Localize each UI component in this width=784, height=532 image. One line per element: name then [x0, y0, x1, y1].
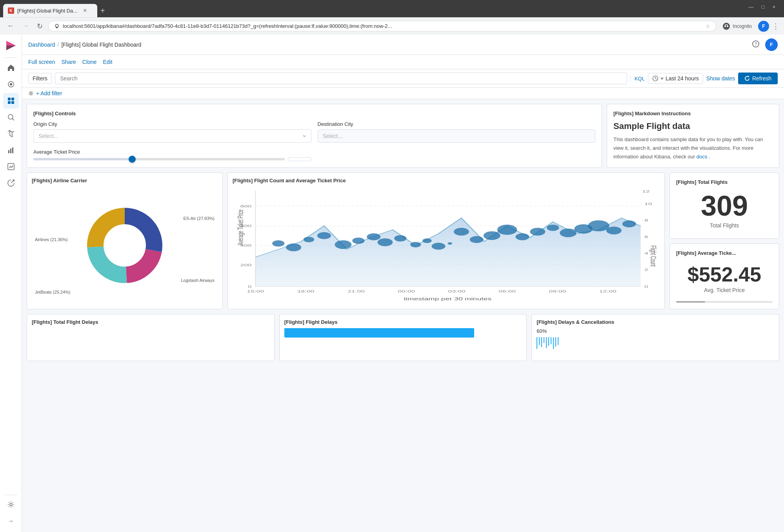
clone-link[interactable]: Clone [82, 59, 97, 65]
fullscreen-link[interactable]: Full screen [28, 59, 55, 65]
help-btn[interactable]: ? [749, 38, 762, 51]
sidebar-apm-btn[interactable] [3, 76, 19, 92]
price-max-input[interactable] [288, 157, 311, 161]
svg-text:4: 4 [644, 251, 648, 255]
show-dates-btn[interactable]: Show dates [706, 75, 735, 82]
markdown-panel: [Flights] Markdown Instructions Sample F… [607, 104, 779, 168]
svg-rect-8 [11, 98, 14, 100]
time-picker[interactable]: Last 24 hours [648, 73, 703, 84]
breadcrumb-root[interactable]: Dashboard [28, 42, 55, 48]
svg-text:06:00: 06:00 [498, 289, 516, 293]
dropdown-chevron [302, 134, 306, 138]
sidebar-settings-btn[interactable] [3, 497, 19, 512]
sidebar-maps-btn[interactable] [3, 126, 19, 142]
svg-point-3 [724, 25, 726, 27]
sidebar-canvas-btn[interactable] [3, 159, 19, 174]
svg-rect-10 [11, 101, 14, 104]
svg-point-57 [588, 220, 609, 231]
avg-ticket-panel: [Flights] Average Ticke... $552.45 Avg. … [669, 243, 779, 310]
sidebar-visualize-btn[interactable] [3, 142, 19, 158]
slider-thumb[interactable] [129, 156, 136, 163]
destination-city-select[interactable]: Select... [318, 129, 596, 143]
svg-point-59 [622, 220, 636, 227]
markdown-body: This dashboard contains sample data for … [613, 135, 773, 161]
sidebar-arrow-btn[interactable]: → [3, 513, 19, 529]
svg-point-49 [470, 236, 484, 243]
kql-badge[interactable]: KQL [630, 76, 645, 82]
share-link[interactable]: Share [61, 59, 76, 65]
minimize-btn[interactable]: — [745, 3, 758, 11]
svg-point-50 [484, 231, 500, 240]
sidebar-dashboard-btn[interactable] [3, 93, 19, 109]
tab-title: [Flights] Global Flight Da... [17, 8, 80, 14]
svg-rect-1 [56, 27, 58, 28]
svg-line-12 [12, 118, 14, 120]
incognito-indicator: Incognito [719, 22, 755, 30]
svg-text:800: 800 [240, 204, 252, 208]
browser-tab[interactable]: K [Flights] Global Flight Da... × [3, 4, 97, 17]
nav-refresh-btn[interactable]: ↻ [35, 20, 45, 32]
clock-icon [652, 75, 658, 82]
url-text: localhost:5601/app/kibana#/dashboard/7ad… [63, 23, 702, 29]
maximize-btn[interactable]: □ [758, 3, 769, 11]
back-btn[interactable]: ← [5, 20, 16, 32]
svg-point-41 [367, 233, 380, 240]
donut-chart [82, 202, 168, 289]
docs-link[interactable]: docs [697, 154, 707, 160]
svg-point-4 [727, 25, 728, 27]
svg-point-53 [530, 228, 545, 236]
svg-rect-7 [8, 98, 11, 100]
svg-text:0: 0 [248, 285, 252, 289]
svg-point-47 [447, 242, 452, 245]
svg-point-22 [30, 93, 32, 94]
forward-btn[interactable]: → [20, 20, 31, 32]
edit-link[interactable]: Edit [103, 59, 112, 65]
sidebar-discover-btn[interactable] [3, 109, 19, 125]
refresh-btn[interactable]: Refresh [738, 73, 778, 84]
tab-close-btn[interactable]: × [83, 7, 87, 14]
origin-city-label: Origin City [33, 121, 311, 127]
controls-panel-title: [Flights] Controls [33, 111, 595, 116]
destination-city-label: Destination City [318, 121, 596, 127]
new-tab-btn[interactable]: + [97, 4, 108, 17]
legend-esair: ES-Air (27.83%) [184, 216, 215, 221]
svg-rect-9 [8, 101, 11, 104]
svg-point-39 [335, 240, 352, 249]
legend-logstash: Logstash Airways [181, 278, 215, 283]
svg-text:0: 0 [644, 285, 648, 289]
svg-point-45 [422, 238, 431, 243]
delays-cancellations-title: [Flights] Delays & Cancellations [537, 319, 774, 325]
airline-carrier-panel: [Flights] Airline Carrier Airlines (21.3… [27, 172, 223, 309]
controls-panel: [Flights] Controls Origin City Select...… [27, 104, 602, 168]
total-flights-title: [Flights] Total Flights [676, 179, 773, 185]
sidebar-ml-btn[interactable] [3, 175, 19, 191]
address-bar[interactable]: localhost:5601/app/kibana#/dashboard/7ad… [48, 21, 716, 31]
breadcrumb: Dashboard / [Flights] Global Flight Dash… [28, 42, 141, 48]
lock-icon [54, 24, 60, 29]
markdown-panel-title: [Flights] Markdown Instructions [613, 111, 773, 116]
browser-menu-btn[interactable]: ⋮ [772, 22, 779, 31]
origin-city-select[interactable]: Select... [33, 129, 311, 143]
legend-airlines: Airlines (21.36%) [35, 237, 68, 242]
breadcrumb-current: [Flights] Global Flight Dashboard [61, 42, 141, 48]
star-btn[interactable]: ☆ [706, 23, 710, 29]
svg-text:15:00: 15:00 [247, 289, 264, 293]
svg-point-52 [515, 233, 529, 240]
add-filter-btn[interactable]: + Add filter [36, 90, 62, 96]
profile-btn[interactable]: F [758, 21, 769, 32]
close-btn[interactable]: × [768, 3, 779, 11]
svg-text:12: 12 [642, 189, 650, 193]
app-profile-btn[interactable]: F [765, 38, 778, 51]
slider-track[interactable] [33, 158, 285, 160]
svg-point-43 [394, 235, 406, 241]
breadcrumb-sep: / [58, 42, 59, 48]
sidebar-home-btn[interactable] [3, 60, 19, 76]
svg-text:03:00: 03:00 [448, 289, 466, 293]
svg-point-6 [10, 83, 12, 85]
svg-point-36 [286, 243, 301, 251]
flight-count-title: [Flights] Flight Count and Average Ticke… [233, 178, 660, 183]
avg-ticket-label: Avg. Ticket Price [704, 287, 745, 293]
flight-count-panel: [Flights] Flight Count and Average Ticke… [227, 172, 665, 309]
svg-text:Flight Count: Flight Count [649, 245, 657, 267]
search-input[interactable] [55, 73, 627, 84]
